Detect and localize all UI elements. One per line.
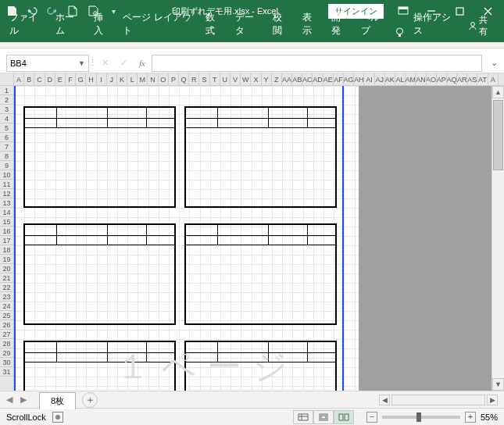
column-header[interactable]: Q [179,73,189,85]
formula-input[interactable] [152,55,482,72]
row-header[interactable]: 26 [0,320,13,330]
column-header[interactable]: S [199,73,209,85]
column-header[interactable]: I [97,73,107,85]
column-header[interactable]: G [76,73,86,85]
row-header[interactable]: 28 [0,339,13,348]
sheet-nav-prev-icon[interactable]: ◀ [3,395,16,405]
scroll-up-icon[interactable]: ▲ [492,86,504,98]
row-header[interactable]: 18 [0,245,13,255]
row-header[interactable]: 15 [0,217,13,227]
column-header[interactable]: AO [427,73,437,85]
column-header[interactable]: C [34,73,45,85]
row-header[interactable]: 5 [0,123,13,133]
column-header[interactable]: Z [272,73,282,85]
select-all-corner[interactable] [0,73,14,85]
add-sheet-button[interactable]: ＋ [82,392,98,408]
column-header[interactable]: AH [354,73,364,85]
column-header[interactable]: AB [292,73,302,85]
normal-view-icon[interactable] [293,410,313,424]
row-header[interactable]: 14 [0,208,13,217]
column-header[interactable]: AJ [375,73,385,85]
cells-area[interactable]: １ページ ▲ ▼ [14,86,504,391]
column-header[interactable]: K [117,73,127,85]
zoom-out-button[interactable]: − [366,412,377,423]
tab-developer[interactable]: 開発 [325,7,355,42]
row-header[interactable]: 1 [0,86,13,95]
column-header[interactable]: V [231,73,241,85]
column-header[interactable]: X [251,73,261,85]
column-header[interactable]: E [55,73,66,85]
hscroll-right-icon[interactable]: ▶ [487,395,498,405]
row-header[interactable]: 17 [0,236,13,245]
tab-page-layout[interactable]: ページ レイアウト [116,7,199,42]
chevron-down-icon[interactable]: ▼ [78,59,85,67]
row-header[interactable]: 13 [0,198,13,208]
tab-formulas[interactable]: 数式 [199,7,229,42]
tab-review[interactable]: 校閲 [266,7,296,42]
column-header[interactable]: AC [302,73,313,85]
row-header[interactable]: 23 [0,292,13,302]
column-header[interactable]: AL [395,73,406,85]
scroll-thumb[interactable] [493,100,503,170]
row-header[interactable]: 9 [0,161,13,170]
column-header[interactable]: AR [457,73,467,85]
column-header[interactable]: T [210,73,220,85]
page-break-preview-icon[interactable] [334,410,354,424]
row-header[interactable]: 25 [0,311,13,320]
row-header[interactable]: 22 [0,283,13,292]
column-header[interactable]: AE [323,73,334,85]
tab-help[interactable]: ヘルプ [355,7,392,42]
row-header[interactable]: 21 [0,273,13,283]
column-header[interactable]: J [107,73,117,85]
row-header[interactable]: 11 [0,180,13,189]
column-header[interactable]: W [241,73,251,85]
row-header[interactable]: 2 [0,95,13,105]
row-header[interactable]: 12 [0,189,13,198]
vertical-scrollbar[interactable]: ▲ ▼ [491,86,504,391]
zoom-thumb[interactable] [416,412,421,422]
column-header[interactable]: AG [344,73,354,85]
row-header[interactable]: 30 [0,358,13,367]
tell-me-icon[interactable] [393,27,407,42]
column-header[interactable]: M [138,73,148,85]
tab-data[interactable]: データ [229,7,266,42]
column-header[interactable]: N [148,73,158,85]
column-header[interactable]: AP [437,73,447,85]
tab-view[interactable]: 表示 [296,7,326,42]
column-header[interactable]: AD [313,73,323,85]
column-header[interactable]: H [86,73,96,85]
tab-insert[interactable]: 挿入 [88,7,117,42]
page-layout-view-icon[interactable] [313,410,334,424]
sheet-tab-active[interactable]: 8枚 [39,392,76,409]
zoom-slider[interactable] [382,416,460,419]
tell-me-input[interactable]: 操作アシス [407,7,462,42]
hscroll-track[interactable] [391,395,485,405]
hscroll-left-icon[interactable]: ◀ [379,395,390,405]
row-header[interactable]: 27 [0,330,13,339]
column-header[interactable]: AM [406,73,416,85]
scroll-down-icon[interactable]: ▼ [492,378,504,391]
zoom-in-button[interactable]: + [465,412,476,423]
tab-home[interactable]: ホーム [49,7,87,42]
column-header[interactable]: AT [477,73,488,85]
row-header[interactable]: 19 [0,255,13,264]
row-header[interactable]: 4 [0,114,13,123]
sheet-nav-next-icon[interactable]: ▶ [17,395,30,405]
column-header[interactable]: AK [385,73,395,85]
expand-formula-bar-icon[interactable]: ⌄ [487,58,501,68]
column-header[interactable]: AI [364,73,374,85]
column-header[interactable]: L [127,73,138,85]
column-header[interactable]: AS [467,73,477,85]
row-header[interactable]: 7 [0,142,13,152]
fx-icon[interactable]: fx [133,55,152,72]
column-header[interactable]: AF [334,73,344,85]
column-header[interactable]: B [24,73,34,85]
row-header[interactable]: 6 [0,133,13,142]
column-header[interactable]: D [45,73,55,85]
column-header[interactable]: A [14,73,24,85]
row-header[interactable]: 8 [0,152,13,161]
tab-file[interactable]: ファイル [3,7,49,42]
share-button[interactable]: 共有 [462,10,501,42]
column-header[interactable]: R [189,73,199,85]
column-header[interactable]: F [66,73,76,85]
